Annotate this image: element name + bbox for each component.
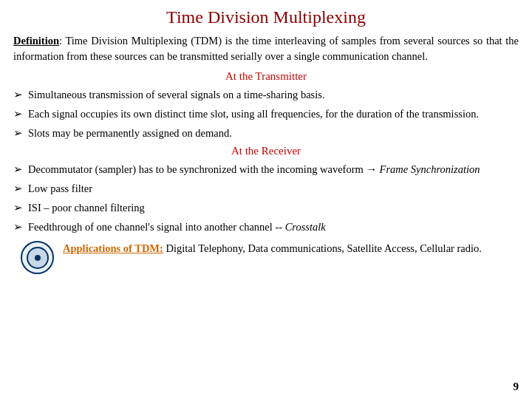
bullet-arrow-3: ➢ [13, 126, 27, 141]
receiver-bullet-1-text: Decommutator (sampler) has to be synchro… [28, 162, 519, 177]
feedthrough-text: Feedthrough of one channel's signal into… [28, 221, 285, 233]
page-number: 9 [514, 381, 519, 393]
crosstalk-text: Crosstalk [285, 221, 326, 233]
decommutator-text: Decommutator (sampler) has to be synchro… [28, 163, 380, 175]
applications-block: Applications of TDM: Digital Telephony, … [13, 241, 519, 274]
transmitter-heading: At the Transmitter [13, 70, 519, 83]
receiver-bullet-2-text: Low pass filter [28, 181, 519, 196]
transmitter-bullet-2-text: Each signal occupies its own distinct ti… [28, 106, 519, 121]
definition-block: Definition: Time Division Multiplexing (… [13, 33, 519, 64]
receiver-bullet-3: ➢ ISI – poor channel filtering [13, 200, 519, 216]
bullet-arrow-r4: ➢ [13, 219, 27, 235]
frame-sync-text: Frame Synchronization [380, 163, 480, 175]
applications-text-block: Applications of TDM: Digital Telephony, … [63, 241, 482, 256]
definition-label: Definition [13, 35, 59, 47]
receiver-bullet-1: ➢ Decommutator (sampler) has to be synch… [13, 162, 519, 177]
bullet-arrow-1: ➢ [13, 87, 27, 103]
receiver-bullet-3-text: ISI – poor channel filtering [28, 200, 519, 215]
transmitter-bullet-2: ➢ Each signal occupies its own distinct … [13, 106, 519, 122]
receiver-bullet-4: ➢ Feedthrough of one channel's signal in… [13, 219, 519, 235]
logo-icon [21, 241, 54, 274]
receiver-bullet-4-text: Feedthrough of one channel's signal into… [28, 219, 519, 234]
logo-center-dot [35, 255, 41, 261]
definition-text: : Time Division Multiplexing (TDM) is th… [13, 35, 519, 62]
transmitter-bullet-1: ➢ Simultaneous transmission of several s… [13, 87, 519, 103]
bullet-arrow-r3: ➢ [13, 200, 27, 216]
receiver-heading: At the Receiver [13, 145, 519, 157]
bullet-arrow-r1: ➢ [13, 162, 27, 177]
applications-label: Applications of TDM: [63, 242, 163, 254]
transmitter-bullet-1-text: Simultaneous transmission of several sig… [28, 87, 519, 102]
logo-inner-circle [27, 247, 49, 269]
slide-title: Time Division Multiplexing [13, 7, 519, 27]
receiver-bullet-2: ➢ Low pass filter [13, 181, 519, 197]
applications-content: Digital Telephony, Data communications, … [163, 242, 482, 254]
slide-page: Time Division Multiplexing Definition: T… [0, 0, 532, 399]
bullet-arrow-r2: ➢ [13, 181, 27, 197]
transmitter-bullet-3-text: Slots may be permanently assigned on dem… [28, 126, 519, 140]
bullet-arrow-2: ➢ [13, 106, 27, 122]
transmitter-bullet-3: ➢ Slots may be permanently assigned on d… [13, 126, 519, 141]
